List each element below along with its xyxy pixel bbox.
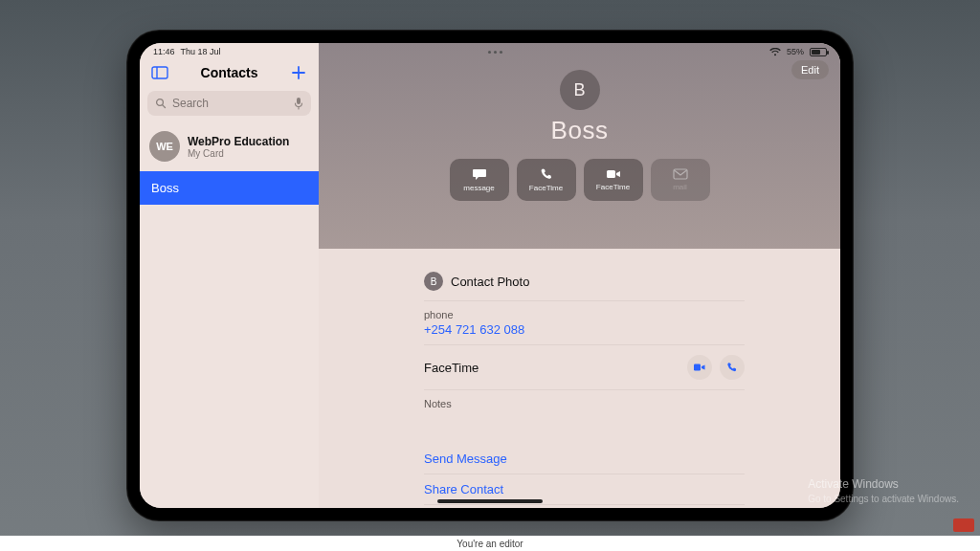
mycard-avatar: WE [149,131,180,162]
mycard-name: WebPro Education [188,135,289,148]
facetime-row: FaceTime [424,345,745,390]
facetime-label: FaceTime [424,361,479,375]
my-card[interactable]: WE WebPro Education My Card [140,123,319,169]
svg-rect-4 [297,98,301,104]
add-contact-button[interactable] [288,62,309,83]
svg-line-3 [163,105,166,108]
edit-button[interactable]: Edit [791,60,829,79]
phone-icon [540,167,553,181]
contactphoto-mini: B [424,272,443,291]
sidebar-item-label: Boss [151,181,179,195]
svg-rect-5 [607,170,615,178]
footer-text: You're an editor [457,539,523,549]
contact-name: Boss [551,116,609,145]
sidebar-title: Contacts [170,65,288,80]
search-input[interactable]: Search [147,91,311,116]
tablet-frame: 11:46 Thu 18 Jul 55% Contacts [126,30,854,521]
contact-avatar: B [560,70,600,110]
mic-icon[interactable] [294,97,303,110]
facetime-audio-button[interactable]: FaceTime [517,159,576,201]
mail-icon [673,168,688,180]
sidebar-item-boss[interactable]: Boss [140,171,319,205]
contact-photo-label: Contact Photo [451,275,529,289]
svg-rect-0 [152,67,167,78]
sidebar-toggle-icon[interactable] [149,62,170,83]
footer-bar: You're an editor [0,536,980,551]
contact-body: B Contact Photo phone +254 721 632 088 F… [319,249,840,508]
search-icon [155,98,167,109]
home-indicator[interactable] [437,499,543,503]
mail-button: mail [651,159,710,201]
screen: 11:46 Thu 18 Jul 55% Contacts [140,43,840,508]
video-icon [606,168,621,180]
notes-row[interactable]: Notes [424,390,745,419]
send-message-link[interactable]: Send Message [424,444,745,474]
facetime-video-button[interactable]: FaceTime [584,159,643,201]
corner-badge-icon [953,518,974,532]
contact-detail: Edit B Boss message FaceTime [319,43,840,508]
message-button[interactable]: message [450,159,509,201]
contact-hero: Edit B Boss message FaceTime [319,43,840,249]
sidebar: Contacts Search WE WebPro Education [140,43,319,508]
contact-photo-row[interactable]: B Contact Photo [424,266,745,301]
phone-value: +254 721 632 088 [424,322,745,337]
facetime-video-mini-button[interactable] [687,355,712,380]
facetime-audio-mini-button[interactable] [720,355,745,380]
message-icon [472,167,487,181]
svg-rect-7 [694,364,701,371]
mycard-sub: My Card [188,148,289,159]
search-placeholder: Search [172,97,209,110]
notes-label: Notes [424,398,745,409]
share-location-link[interactable]: Share My Location [424,505,745,508]
phone-label: phone [424,309,745,320]
phone-row[interactable]: phone +254 721 632 088 [424,301,745,345]
